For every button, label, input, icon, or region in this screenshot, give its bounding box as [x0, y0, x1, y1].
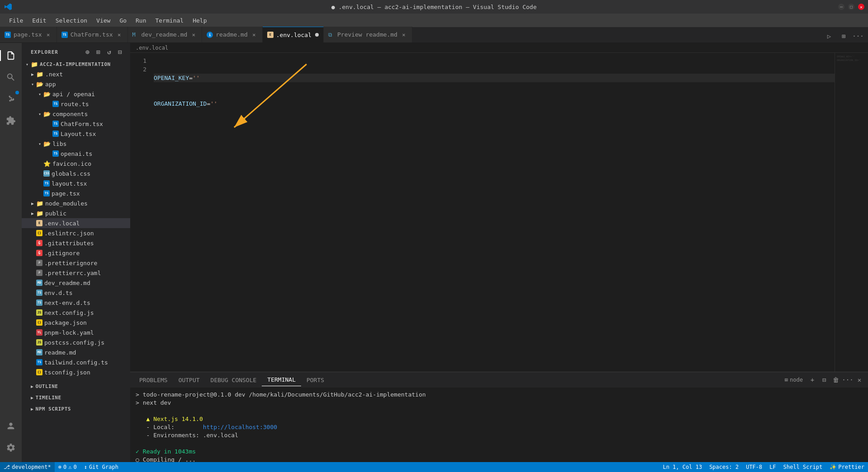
close-panel-btn[interactable]: ✕ [854, 375, 864, 385]
minimize-btn[interactable]: ─ [838, 4, 844, 10]
kill-terminal-btn[interactable]: 🗑 [831, 375, 841, 385]
file-favicon[interactable]: ⭐ favicon.ico [22, 159, 130, 168]
tab-debug-console[interactable]: DEBUG CONSOLE [205, 374, 262, 386]
run-button[interactable]: ▷ [823, 30, 835, 42]
folder-app[interactable]: ▾ 📂 app [22, 79, 130, 89]
section-timeline[interactable]: ▶ TIMELINE [22, 392, 130, 403]
split-editor-button[interactable]: ⊞ [837, 30, 850, 42]
file-package-json[interactable]: {} package.json [22, 318, 130, 327]
status-encoding[interactable]: UTF-8 [742, 462, 766, 472]
tab-preview-readme[interactable]: ⧉ Preview readme.md ✕ [324, 27, 412, 42]
file-next-env-d-ts[interactable]: TS next-env.d.ts [22, 298, 130, 308]
folder-api-openai[interactable]: ▾ 📂 api / openai [22, 89, 130, 99]
yaml-file-icon: YL [36, 329, 42, 336]
activity-settings[interactable] [0, 437, 22, 458]
activity-extensions[interactable] [0, 110, 22, 131]
menu-run[interactable]: Run [131, 15, 151, 26]
folder-components[interactable]: ▾ 📂 components [22, 109, 130, 119]
file-pnpm-lock[interactable]: YL pnpm-lock.yaml [22, 327, 130, 337]
menu-view[interactable]: View [92, 15, 115, 26]
tab-close-icon[interactable]: ✕ [45, 31, 52, 38]
file-layout-tsx-root[interactable]: TS layout.tsx [22, 178, 130, 188]
status-ln-col[interactable]: Ln 1, Col 13 [659, 462, 706, 472]
close-btn[interactable]: ✕ [858, 4, 864, 10]
new-file-btn[interactable]: ⊕ [83, 47, 92, 56]
vertical-scrollbar[interactable] [862, 53, 868, 372]
file-route-ts[interactable]: TS route.ts [22, 99, 130, 109]
project-root[interactable]: ▾ 📁 ACC2-AI-IMPLEMENTATION [22, 59, 130, 69]
section-npm-scripts[interactable]: ▶ NPM SCRIPTS [22, 403, 130, 415]
add-terminal-btn[interactable]: + [807, 375, 817, 385]
file-openai-ts[interactable]: TS openai.ts [22, 149, 130, 159]
more-panel-btn[interactable]: ··· [843, 375, 853, 385]
code-editor[interactable]: 1 2 OPENAI_KEY='' ORGANIZATION_ID='' [130, 53, 868, 372]
status-left: ⎇ development* ⊗ 0 ⚠ 0 ↕ Git Graph [0, 462, 122, 472]
file-dev-readme-md[interactable]: MD dev_readme.md [22, 278, 130, 288]
tab-terminal[interactable]: TERMINAL [262, 374, 301, 386]
tab-close-icon[interactable]: ✕ [400, 31, 407, 38]
file-gitignore[interactable]: G .gitignore [22, 248, 130, 258]
file-prettierignore[interactable]: P .prettierignore [22, 258, 130, 268]
file-readme-md[interactable]: MD readme.md [22, 347, 130, 357]
status-line-ending[interactable]: LF [766, 462, 779, 472]
file-globals-css[interactable]: CSS globals.css [22, 168, 130, 178]
file-env-d-ts[interactable]: TS env.d.ts [22, 288, 130, 298]
menu-help[interactable]: Help [188, 15, 211, 26]
refresh-btn[interactable]: ↺ [105, 47, 114, 56]
file-next-config[interactable]: JS next.config.js [22, 308, 130, 318]
file-label: next.config.js [44, 309, 94, 316]
file-prettierrc-yaml[interactable]: P .prettierrc.yaml [22, 268, 130, 278]
folder-next[interactable]: ▶ 📁 .next [22, 69, 130, 79]
term-line-1: > todo-rename-project@0.1.0 dev /home/ka… [136, 391, 863, 399]
status-git-sync[interactable]: ↕ Git Graph [80, 462, 122, 472]
tab-problems[interactable]: PROBLEMS [134, 374, 173, 386]
ts-file-icon: TS [52, 150, 59, 157]
status-branch[interactable]: ⎇ development* [0, 462, 55, 472]
status-errors[interactable]: ⊗ 0 ⚠ 0 [55, 462, 80, 472]
split-terminal-btn[interactable]: ⊟ [819, 375, 829, 385]
tab-output[interactable]: OUTPUT [173, 374, 205, 386]
file-eslintrc[interactable]: {} .eslintrc.json [22, 228, 130, 238]
tab-readme[interactable]: i readme.md ✕ [202, 27, 262, 42]
git-file-icon: G [36, 240, 42, 246]
sidebar-header-actions: ⊕ ⊞ ↺ ⊟ [83, 47, 125, 56]
more-actions-button[interactable]: ··· [852, 30, 864, 42]
file-gitattributes[interactable]: G .gitattributes [22, 238, 130, 248]
folder-node-modules[interactable]: ▶ 📁 node_modules [22, 198, 130, 208]
tab-close-icon[interactable]: ✕ [190, 31, 197, 38]
activity-account[interactable] [0, 415, 22, 437]
encoding-text: UTF-8 [746, 464, 762, 470]
menu-file[interactable]: File [5, 15, 28, 26]
menu-terminal[interactable]: Terminal [151, 15, 189, 26]
code-content[interactable]: OPENAI_KEY='' ORGANIZATION_ID='' [150, 53, 835, 372]
activity-explorer[interactable] [0, 45, 22, 66]
tab-close-icon[interactable]: ✕ [116, 31, 123, 38]
menu-go[interactable]: Go [115, 15, 131, 26]
file-layout-tsx[interactable]: TS Layout.tsx [22, 129, 130, 139]
file-tailwind-config[interactable]: TS tailwind.config.ts [22, 357, 130, 367]
status-prettier[interactable]: ✨ Prettier [826, 462, 868, 472]
file-tsconfig[interactable]: {} tsconfig.json [22, 367, 130, 377]
tab-close-icon[interactable]: ✕ [250, 31, 258, 38]
menu-selection[interactable]: Selection [51, 15, 92, 26]
tab-page-tsx[interactable]: TS page.tsx ✕ [0, 27, 57, 42]
section-outline[interactable]: ▶ OUTLINE [22, 381, 130, 392]
new-folder-btn[interactable]: ⊞ [94, 47, 103, 56]
tab-ports[interactable]: PORTS [301, 374, 330, 386]
activity-search[interactable] [0, 66, 22, 88]
tab-env-local[interactable]: E .env.local [263, 27, 324, 42]
activity-source-control[interactable] [0, 88, 22, 110]
menu-edit[interactable]: Edit [28, 15, 51, 26]
folder-public[interactable]: ▶ 📁 public [22, 208, 130, 218]
file-env-local[interactable]: E .env.local [22, 218, 130, 228]
status-spaces[interactable]: Spaces: 2 [706, 462, 742, 472]
file-page-tsx[interactable]: TS page.tsx [22, 188, 130, 198]
tab-dev-readme[interactable]: M dev_readme.md ✕ [128, 27, 203, 42]
status-language[interactable]: Shell Script [780, 462, 826, 472]
tab-chatform-tsx[interactable]: TS ChatForm.tsx ✕ [57, 27, 128, 42]
collapse-all-btn[interactable]: ⊟ [116, 47, 125, 56]
file-postcss-config[interactable]: JS postcss.config.js [22, 337, 130, 347]
folder-libs[interactable]: ▾ 📂 libs [22, 139, 130, 149]
file-chatform-tsx[interactable]: TS ChatForm.tsx [22, 119, 130, 129]
maximize-btn[interactable]: □ [848, 4, 854, 10]
